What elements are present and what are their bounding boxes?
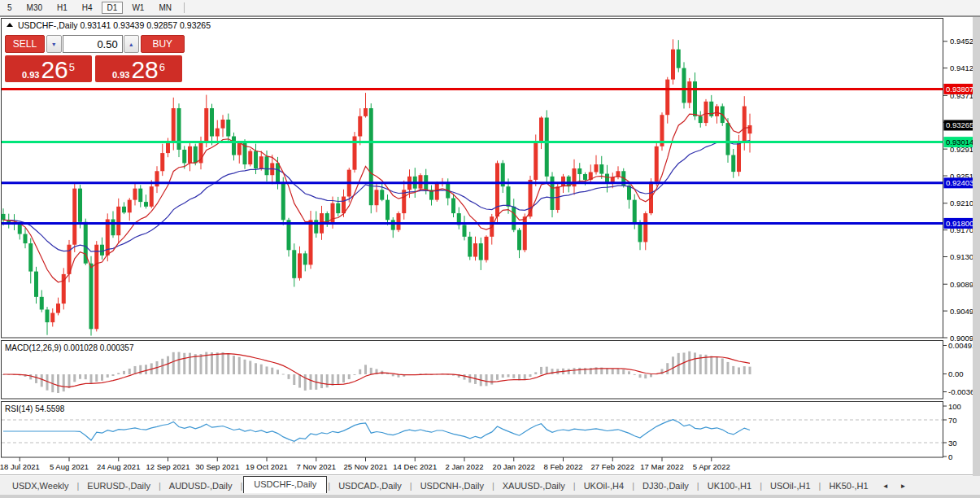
macd-histogram-bar: [293, 374, 295, 385]
chart-tab-usdx-weekly[interactable]: USDX,Weekly: [5, 478, 76, 493]
macd-histogram-bar: [710, 356, 712, 374]
macd-histogram-bar: [490, 374, 493, 385]
buy-button[interactable]: BUY: [141, 35, 185, 53]
tab-scroll-left-icon[interactable]: ◄: [882, 483, 889, 490]
timeframe-button-5[interactable]: 5: [2, 2, 18, 14]
tab-scroll-right-icon[interactable]: ►: [900, 483, 907, 490]
price-badge-label: 0.91800: [946, 219, 973, 228]
one-click-trade-panel: SELL ▼ ▲ BUY 0.93265 0.93286: [5, 35, 185, 82]
macd-histogram-bar: [359, 369, 361, 374]
timeframe-button-h4[interactable]: H4: [76, 2, 98, 14]
chart-tab-usdcnh-daily[interactable]: USDCNH-,Daily: [413, 478, 491, 493]
macd-histogram-bar: [112, 374, 115, 376]
chart-tab-hk50-h1[interactable]: HK50-,H1: [821, 478, 875, 493]
price-badge-label: 0.93014: [946, 138, 973, 146]
sell-button[interactable]: SELL: [5, 35, 45, 53]
macd-histogram-bar: [688, 352, 690, 374]
candle-body: [507, 186, 511, 207]
candle-body: [551, 177, 555, 210]
macd-histogram-bar: [227, 353, 229, 374]
chart-tab-uk100-h1[interactable]: UK100-,H1: [700, 478, 759, 493]
macd-histogram-bar: [512, 374, 515, 378]
candle-body: [715, 107, 719, 116]
candle-body: [24, 234, 28, 244]
candle-body: [561, 177, 565, 186]
macd-histogram-bar: [73, 374, 76, 382]
buy-price-tile[interactable]: 0.93286: [95, 55, 182, 82]
macd-histogram-bar: [277, 369, 279, 374]
chart-tab-audusd-daily[interactable]: AUDUSD-,Daily: [162, 478, 240, 493]
sell-price-tile[interactable]: 0.93265: [5, 55, 92, 82]
date-tick-label: 7 Nov 2021: [296, 462, 336, 471]
chart-tab-eurusd-daily[interactable]: EURUSD-,Daily: [80, 478, 158, 493]
macd-histogram-bar: [326, 374, 329, 387]
chart-tab-ukoil-h4[interactable]: UKOil-,H4: [577, 478, 632, 493]
candle-body: [485, 237, 489, 260]
macd-histogram-bar: [546, 367, 548, 374]
rsi-axis-label: 30: [948, 439, 957, 448]
candle-body: [28, 243, 33, 272]
macd-histogram-bar: [41, 374, 43, 387]
macd-axis-label: -0.003614: [948, 387, 973, 396]
timeframe-button-h1[interactable]: H1: [51, 2, 73, 14]
candle-body: [150, 186, 154, 207]
lot-decrease-button[interactable]: ▼: [46, 35, 62, 53]
candle-body: [111, 219, 115, 235]
timeframe-button-d1[interactable]: D1: [102, 2, 124, 14]
macd-histogram-bar: [529, 374, 532, 377]
lot-size-input[interactable]: [63, 35, 123, 53]
candle-body: [375, 190, 379, 205]
macd-histogram-bar: [644, 374, 647, 378]
candle-body: [342, 197, 346, 214]
candle-body: [369, 108, 373, 205]
macd-histogram-bar: [79, 374, 81, 379]
candle-body: [665, 80, 669, 116]
timeframe-button-w1[interactable]: W1: [126, 2, 150, 14]
macd-histogram-bar: [310, 374, 312, 390]
candle-body: [539, 118, 543, 143]
rsi-axis-label: 70: [948, 416, 957, 425]
chart-tab-usdchf-daily[interactable]: USDCHF-,Daily: [243, 476, 327, 493]
candle-body: [599, 164, 603, 174]
timeframe-button-m30[interactable]: M30: [21, 2, 48, 14]
chart-tab-dj30-daily[interactable]: DJ30-,Daily: [635, 478, 696, 493]
date-axis: 18 Jul 20215 Aug 202124 Aug 202112 Sep 2…: [0, 457, 730, 471]
macd-histogram-bar: [222, 352, 224, 374]
candle-body: [704, 102, 708, 123]
buy-price-sup: 6: [159, 55, 165, 80]
macd-histogram-bar: [370, 368, 372, 374]
macd-histogram-bar: [524, 374, 526, 380]
date-tick-label: 12 Sep 2021: [146, 462, 190, 471]
macd-histogram-bar: [139, 365, 142, 374]
chart-tab-xauusd-daily[interactable]: XAUUSD-,Daily: [495, 478, 573, 493]
macd-histogram-bar: [540, 367, 542, 374]
toolbar-separator: [184, 2, 185, 13]
chart-tab-usdcad-daily[interactable]: USDCAD-,Daily: [331, 478, 409, 493]
macd-histogram-bar: [617, 369, 620, 374]
macd-histogram-bar: [128, 369, 131, 374]
chart-tab-usoil-h1[interactable]: USOil-,H1: [763, 478, 818, 493]
macd-histogram-bar: [392, 374, 394, 376]
macd-histogram-bar: [628, 371, 630, 374]
price-axis: 0.945200.941200.937100.933100.929100.925…: [943, 37, 973, 342]
candle-body: [517, 230, 521, 251]
macd-histogram-bar: [271, 368, 273, 374]
macd-histogram-bar: [464, 374, 466, 380]
date-tick-label: 19 Oct 2021: [246, 462, 288, 471]
candle-body: [638, 223, 642, 242]
macd-histogram-bar: [743, 366, 746, 374]
lot-increase-button[interactable]: ▲: [124, 35, 139, 53]
price-badge-label: 0.93265: [946, 120, 973, 129]
candle-body: [2, 214, 6, 220]
macd-histogram-bar: [266, 366, 268, 374]
candle-body: [40, 297, 44, 310]
date-tick-label: 5 Apr 2022: [693, 462, 730, 471]
macd-histogram-bar: [320, 374, 323, 388]
chart-canvas[interactable]: USDCHF-,Daily 0.93141 0.93439 0.92857 0.…: [0, 17, 973, 476]
chart-window[interactable]: USDCHF-,Daily 0.93141 0.93439 0.92857 0.…: [0, 17, 973, 476]
date-tick-label: 8 Feb 2022: [543, 462, 582, 471]
macd-histogram-bar: [727, 362, 730, 374]
timeframe-button-mn[interactable]: MN: [153, 2, 177, 14]
macd-histogram-bar: [650, 374, 652, 377]
mt4-window: 5M30H1H4D1W1MN USDCHF-,Daily 0.93141 0.9…: [0, 0, 980, 498]
